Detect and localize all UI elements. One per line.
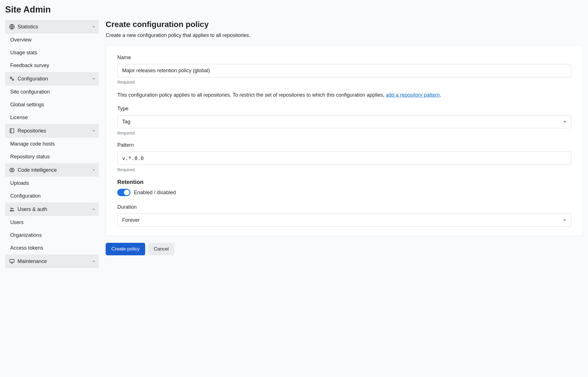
sidebar-section-statistics[interactable]: Statistics	[5, 20, 99, 34]
globe-icon	[9, 23, 15, 30]
chevron-up-icon	[92, 25, 95, 28]
type-select[interactable]: Tag	[117, 115, 571, 128]
svg-point-2	[12, 79, 14, 80]
sidebar-section-repositories[interactable]: Repositories	[5, 124, 99, 138]
sidebar-section-label: Statistics	[18, 24, 38, 30]
page-title: Site Admin	[5, 5, 583, 15]
chevron-up-icon	[92, 168, 95, 172]
sidebar-item-users[interactable]: Users	[5, 216, 99, 229]
retention-toggle-label: Enabled / disabled	[134, 190, 176, 196]
sidebar-section-maintenance[interactable]: Maintenance	[5, 254, 99, 268]
main-heading: Create configuration policy	[106, 20, 583, 29]
pattern-required-text: Required.	[117, 167, 571, 172]
svg-point-4	[11, 208, 12, 209]
sidebar-item-manage-code-hosts[interactable]: Manage code hosts	[5, 138, 99, 150]
cancel-button[interactable]: Cancel	[148, 243, 174, 255]
duration-label: Duration	[117, 204, 571, 210]
sidebar-item-uploads[interactable]: Uploads	[5, 177, 99, 190]
pattern-label: Pattern	[117, 142, 571, 148]
form-card: Name Required. This configuration policy…	[106, 45, 583, 236]
repo-icon	[9, 127, 15, 134]
sidebar-item-feedback-survey[interactable]: Feedback survey	[5, 59, 99, 72]
sidebar-item-organizations[interactable]: Organizations	[5, 229, 99, 242]
sidebar-item-license[interactable]: License	[5, 111, 99, 124]
name-required-text: Required.	[117, 80, 571, 84]
duration-select[interactable]: Forever	[117, 214, 571, 227]
create-policy-button[interactable]: Create policy	[106, 243, 145, 255]
type-label: Type	[117, 106, 571, 112]
sidebar-section-configuration[interactable]: Configuration	[5, 72, 99, 86]
sidebar-item-site-configuration[interactable]: Site configuration	[5, 86, 99, 98]
main-content: Create configuration policy Create a new…	[106, 20, 583, 268]
sidebar-section-label: Users & auth	[18, 206, 47, 212]
sidebar-section-label: Repositories	[18, 128, 46, 134]
chevron-up-icon	[92, 208, 95, 211]
sidebar-item-usage-stats[interactable]: Usage stats	[5, 46, 99, 59]
monitor-icon	[9, 258, 15, 265]
policy-description: This configuration policy applies to all…	[117, 91, 571, 99]
name-label: Name	[117, 55, 571, 61]
gears-icon	[9, 75, 15, 82]
svg-rect-3	[10, 129, 14, 133]
sidebar-section-users-auth[interactable]: Users & auth	[5, 202, 99, 216]
desc-prefix: This configuration policy applies to all…	[117, 92, 386, 98]
pattern-input[interactable]	[117, 152, 571, 165]
type-required-text: Required.	[117, 130, 571, 135]
svg-point-5	[12, 208, 13, 209]
sidebar-section-label: Configuration	[18, 76, 48, 82]
sidebar: Statistics Overview Usage stats Feedback…	[5, 20, 99, 268]
chevron-up-icon	[92, 260, 95, 263]
chevron-up-icon	[92, 77, 95, 80]
brain-icon	[9, 167, 15, 173]
sidebar-item-access-tokens[interactable]: Access tokens	[5, 242, 99, 254]
toggle-knob	[124, 190, 130, 195]
svg-point-1	[10, 77, 12, 78]
desc-suffix: .	[440, 92, 441, 98]
sidebar-item-repository-status[interactable]: Repository status	[5, 150, 99, 163]
sidebar-section-label: Code intelligence	[18, 167, 57, 173]
chevron-up-icon	[92, 129, 95, 132]
sidebar-section-label: Maintenance	[18, 258, 47, 264]
users-icon	[9, 206, 15, 213]
name-input[interactable]	[117, 64, 571, 77]
retention-heading: Retention	[117, 179, 571, 185]
sidebar-item-global-settings[interactable]: Global settings	[5, 98, 99, 111]
add-repository-pattern-link[interactable]: add a repository pattern	[386, 92, 440, 98]
sidebar-section-code-intelligence[interactable]: Code intelligence	[5, 163, 99, 177]
retention-toggle[interactable]	[117, 189, 130, 196]
svg-rect-6	[10, 259, 14, 262]
sidebar-item-configuration[interactable]: Configuration	[5, 190, 99, 202]
main-subtitle: Create a new configuration policy that a…	[106, 32, 583, 38]
sidebar-item-overview[interactable]: Overview	[5, 34, 99, 46]
